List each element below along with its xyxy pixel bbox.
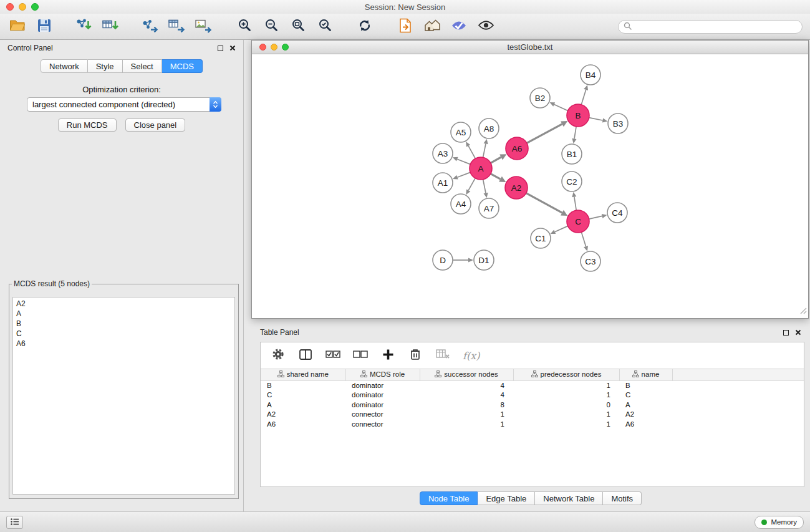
open-file-button[interactable] <box>7 17 27 37</box>
graph-node-C3[interactable]: C3 <box>581 251 600 271</box>
tab-edge-table[interactable]: Edge Table <box>478 491 535 505</box>
graph-edge-A-A1[interactable] <box>453 172 470 179</box>
tab-node-table[interactable]: Node Table <box>420 491 478 505</box>
graph-node-A1[interactable]: A1 <box>433 173 453 193</box>
memory-button[interactable]: Memory <box>755 516 804 529</box>
table-row[interactable]: A6connector11A6 <box>261 420 804 430</box>
deselect-all-rows-button[interactable] <box>353 347 368 364</box>
graph-node-D1[interactable]: D1 <box>474 250 494 270</box>
table-cell[interactable]: 4 <box>420 380 513 390</box>
table-cell[interactable]: A <box>261 400 345 410</box>
table-cell[interactable]: connector <box>345 410 420 420</box>
column-header-shared-name[interactable]: shared name <box>261 369 345 380</box>
table-cell[interactable]: dominator <box>345 390 420 400</box>
table-row[interactable]: Bdominator41B <box>261 380 804 390</box>
show-columns-button[interactable] <box>298 347 313 364</box>
table-row[interactable]: Cdominator41C <box>261 390 804 400</box>
table-cell[interactable]: 1 <box>513 390 619 400</box>
result-item[interactable]: B <box>13 319 234 329</box>
graph-node-A3[interactable]: A3 <box>433 143 453 163</box>
table-cell[interactable]: A2 <box>619 410 672 420</box>
graph-edge-C-C3[interactable] <box>581 232 588 251</box>
float-panel-icon[interactable] <box>218 46 223 51</box>
graph-node-B[interactable]: B <box>567 104 589 127</box>
table-cell[interactable]: 1 <box>420 420 513 430</box>
table-cell[interactable]: A6 <box>261 420 345 430</box>
table-cell[interactable]: 1 <box>513 380 619 390</box>
search-input[interactable] <box>635 22 797 31</box>
graph-edge-B-B1[interactable] <box>572 127 576 143</box>
tab-motifs[interactable]: Motifs <box>603 491 642 505</box>
graph-node-A[interactable]: A <box>470 157 492 180</box>
search-box[interactable] <box>618 20 803 34</box>
hide-panels-button[interactable] <box>422 17 442 37</box>
table-row[interactable]: Adominator80A <box>261 400 804 410</box>
network-graph[interactable]: B4B2BB3A5A8A6B1A3AC2A1A2A4A7C4CC1C3DD1 <box>252 54 808 318</box>
graph-edge-A-A7[interactable] <box>483 180 488 198</box>
graph-node-B2[interactable]: B2 <box>530 88 550 108</box>
minimize-window-button[interactable] <box>19 3 26 11</box>
graph-edge-B-B3[interactable] <box>589 118 608 123</box>
graph-node-C1[interactable]: C1 <box>531 228 551 248</box>
result-item[interactable]: A6 <box>13 339 234 349</box>
tab-style[interactable]: Style <box>88 59 123 73</box>
zoom-selected-region-button[interactable] <box>316 17 335 37</box>
resize-grip-icon[interactable] <box>800 306 807 317</box>
table-float-icon[interactable] <box>783 330 789 336</box>
tab-mcds[interactable]: MCDS <box>162 59 203 73</box>
function-builder-button[interactable]: f(x) <box>463 347 480 364</box>
export-image-button[interactable] <box>193 17 213 37</box>
table-cell[interactable]: dominator <box>345 380 420 390</box>
graph-edge-A-A2[interactable] <box>491 174 506 182</box>
criterion-select[interactable]: largest connected component (directed) <box>27 97 221 112</box>
graph-node-B3[interactable]: B3 <box>608 114 628 133</box>
table-row[interactable]: A2connector11A2 <box>261 410 804 420</box>
refresh-layout-button[interactable] <box>355 17 375 37</box>
delete-table-button[interactable] <box>435 347 450 364</box>
table-close-icon[interactable] <box>795 329 801 336</box>
graph-edge-A-A3[interactable] <box>453 157 470 165</box>
graph-edge-B-B2[interactable] <box>550 102 568 110</box>
graph-edge-D-D1[interactable] <box>453 258 473 262</box>
export-network-button[interactable] <box>140 17 160 37</box>
graph-edge-C-C2[interactable] <box>572 192 576 210</box>
table-cell[interactable]: 0 <box>513 400 619 410</box>
column-header-name[interactable]: name <box>619 369 672 380</box>
result-item[interactable]: A <box>13 309 234 319</box>
table-cell[interactable]: C <box>261 390 345 400</box>
table-cell[interactable]: 1 <box>420 410 513 420</box>
graph-node-A7[interactable]: A7 <box>479 198 499 218</box>
graph-edge-A6-B[interactable] <box>527 121 568 143</box>
zoom-window-button[interactable] <box>31 3 39 11</box>
table-cell[interactable]: B <box>261 380 345 390</box>
graph-edge-A-A8[interactable] <box>483 139 488 158</box>
graph-edge-C-C4[interactable] <box>589 214 607 219</box>
zoom-in-button[interactable] <box>235 17 255 37</box>
table-cell[interactable]: A2 <box>261 410 345 420</box>
table-cell[interactable]: dominator <box>345 400 420 410</box>
network-minimize-button[interactable] <box>271 44 277 51</box>
graph-edge-A-A4[interactable] <box>466 178 475 195</box>
tab-select[interactable]: Select <box>123 59 162 73</box>
graph-edge-C-C1[interactable] <box>551 226 568 234</box>
tab-network-table[interactable]: Network Table <box>535 491 603 505</box>
close-window-button[interactable] <box>6 3 14 11</box>
run-mcds-button[interactable]: Run MCDS <box>58 118 117 132</box>
graph-edge-A-A5[interactable] <box>466 142 475 158</box>
select-all-rows-button[interactable] <box>325 347 340 364</box>
graph-node-B4[interactable]: B4 <box>581 65 600 85</box>
graph-edge-B-B4[interactable] <box>581 85 588 105</box>
table-cell[interactable]: 1 <box>513 410 619 420</box>
graph-node-C4[interactable]: C4 <box>607 203 627 223</box>
create-column-button[interactable] <box>380 347 395 364</box>
show-graphics-details-button[interactable] <box>476 17 496 37</box>
network-zoom-button[interactable] <box>282 44 289 51</box>
column-header-MCDS-role[interactable]: MCDS role <box>345 369 420 380</box>
graph-edge-A-A6[interactable] <box>491 154 507 163</box>
import-network-from-file-button[interactable] <box>74 17 94 37</box>
graph-node-A8[interactable]: A8 <box>479 118 499 138</box>
network-close-button[interactable] <box>259 44 266 51</box>
node-table[interactable]: shared nameMCDS rolesuccessor nodesprede… <box>261 369 804 486</box>
mcds-result-list[interactable]: A2ABCA6 <box>12 297 235 495</box>
graph-node-A6[interactable]: A6 <box>506 137 528 160</box>
